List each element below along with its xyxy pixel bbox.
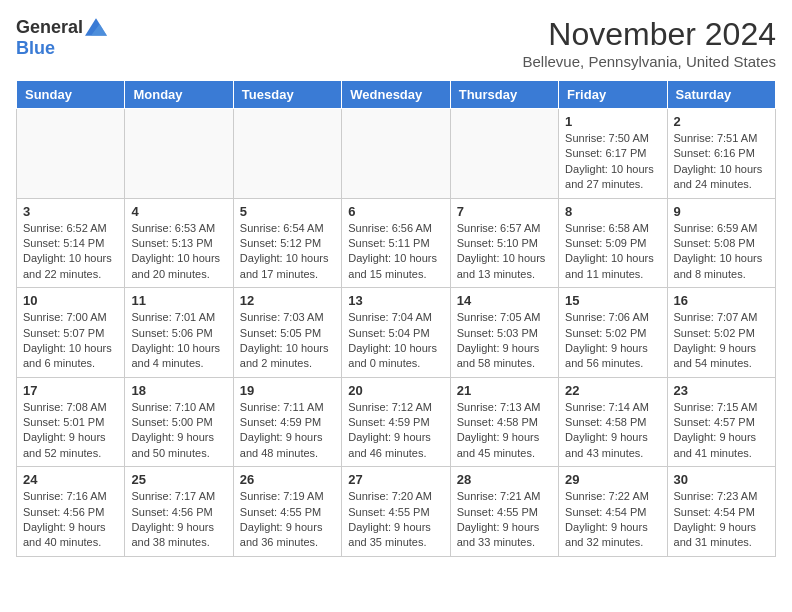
calendar-week-row: 3Sunrise: 6:52 AM Sunset: 5:14 PM Daylig…	[17, 198, 776, 288]
day-number: 1	[565, 114, 660, 129]
day-info: Sunrise: 6:59 AM Sunset: 5:08 PM Dayligh…	[674, 221, 769, 283]
day-number: 30	[674, 472, 769, 487]
page-header: General Blue November 2024 Bellevue, Pen…	[16, 16, 776, 70]
day-number: 16	[674, 293, 769, 308]
calendar-week-row: 24Sunrise: 7:16 AM Sunset: 4:56 PM Dayli…	[17, 467, 776, 557]
day-info: Sunrise: 7:03 AM Sunset: 5:05 PM Dayligh…	[240, 310, 335, 372]
calendar-cell: 4Sunrise: 6:53 AM Sunset: 5:13 PM Daylig…	[125, 198, 233, 288]
calendar-cell: 20Sunrise: 7:12 AM Sunset: 4:59 PM Dayli…	[342, 377, 450, 467]
day-number: 8	[565, 204, 660, 219]
weekday-header: Monday	[125, 81, 233, 109]
calendar-cell: 16Sunrise: 7:07 AM Sunset: 5:02 PM Dayli…	[667, 288, 775, 378]
weekday-header: Sunday	[17, 81, 125, 109]
day-info: Sunrise: 7:08 AM Sunset: 5:01 PM Dayligh…	[23, 400, 118, 462]
day-info: Sunrise: 7:20 AM Sunset: 4:55 PM Dayligh…	[348, 489, 443, 551]
calendar-cell: 27Sunrise: 7:20 AM Sunset: 4:55 PM Dayli…	[342, 467, 450, 557]
day-info: Sunrise: 7:05 AM Sunset: 5:03 PM Dayligh…	[457, 310, 552, 372]
day-info: Sunrise: 6:58 AM Sunset: 5:09 PM Dayligh…	[565, 221, 660, 283]
day-number: 26	[240, 472, 335, 487]
day-info: Sunrise: 7:06 AM Sunset: 5:02 PM Dayligh…	[565, 310, 660, 372]
day-info: Sunrise: 7:50 AM Sunset: 6:17 PM Dayligh…	[565, 131, 660, 193]
calendar-cell	[342, 109, 450, 199]
calendar-cell: 25Sunrise: 7:17 AM Sunset: 4:56 PM Dayli…	[125, 467, 233, 557]
calendar-header-row: SundayMondayTuesdayWednesdayThursdayFrid…	[17, 81, 776, 109]
weekday-header: Friday	[559, 81, 667, 109]
day-number: 13	[348, 293, 443, 308]
day-info: Sunrise: 7:01 AM Sunset: 5:06 PM Dayligh…	[131, 310, 226, 372]
day-number: 15	[565, 293, 660, 308]
day-number: 2	[674, 114, 769, 129]
calendar-cell: 1Sunrise: 7:50 AM Sunset: 6:17 PM Daylig…	[559, 109, 667, 199]
day-info: Sunrise: 6:56 AM Sunset: 5:11 PM Dayligh…	[348, 221, 443, 283]
day-number: 11	[131, 293, 226, 308]
day-number: 14	[457, 293, 552, 308]
calendar-cell: 29Sunrise: 7:22 AM Sunset: 4:54 PM Dayli…	[559, 467, 667, 557]
day-info: Sunrise: 7:22 AM Sunset: 4:54 PM Dayligh…	[565, 489, 660, 551]
logo-general: General	[16, 17, 83, 38]
day-info: Sunrise: 7:10 AM Sunset: 5:00 PM Dayligh…	[131, 400, 226, 462]
day-info: Sunrise: 7:12 AM Sunset: 4:59 PM Dayligh…	[348, 400, 443, 462]
calendar-cell: 18Sunrise: 7:10 AM Sunset: 5:00 PM Dayli…	[125, 377, 233, 467]
day-number: 4	[131, 204, 226, 219]
day-info: Sunrise: 7:07 AM Sunset: 5:02 PM Dayligh…	[674, 310, 769, 372]
day-number: 21	[457, 383, 552, 398]
day-info: Sunrise: 7:21 AM Sunset: 4:55 PM Dayligh…	[457, 489, 552, 551]
day-info: Sunrise: 7:17 AM Sunset: 4:56 PM Dayligh…	[131, 489, 226, 551]
day-number: 29	[565, 472, 660, 487]
calendar-cell: 17Sunrise: 7:08 AM Sunset: 5:01 PM Dayli…	[17, 377, 125, 467]
calendar-cell: 13Sunrise: 7:04 AM Sunset: 5:04 PM Dayli…	[342, 288, 450, 378]
logo-icon	[85, 16, 107, 38]
day-info: Sunrise: 6:52 AM Sunset: 5:14 PM Dayligh…	[23, 221, 118, 283]
day-number: 19	[240, 383, 335, 398]
calendar-cell: 2Sunrise: 7:51 AM Sunset: 6:16 PM Daylig…	[667, 109, 775, 199]
day-number: 25	[131, 472, 226, 487]
calendar-cell: 22Sunrise: 7:14 AM Sunset: 4:58 PM Dayli…	[559, 377, 667, 467]
day-number: 24	[23, 472, 118, 487]
day-number: 17	[23, 383, 118, 398]
weekday-header: Tuesday	[233, 81, 341, 109]
calendar-cell	[450, 109, 558, 199]
weekday-header: Thursday	[450, 81, 558, 109]
day-number: 18	[131, 383, 226, 398]
calendar-cell: 23Sunrise: 7:15 AM Sunset: 4:57 PM Dayli…	[667, 377, 775, 467]
calendar: SundayMondayTuesdayWednesdayThursdayFrid…	[16, 80, 776, 557]
calendar-cell	[17, 109, 125, 199]
calendar-cell: 9Sunrise: 6:59 AM Sunset: 5:08 PM Daylig…	[667, 198, 775, 288]
calendar-cell: 19Sunrise: 7:11 AM Sunset: 4:59 PM Dayli…	[233, 377, 341, 467]
day-info: Sunrise: 7:16 AM Sunset: 4:56 PM Dayligh…	[23, 489, 118, 551]
day-info: Sunrise: 6:57 AM Sunset: 5:10 PM Dayligh…	[457, 221, 552, 283]
day-number: 5	[240, 204, 335, 219]
calendar-cell: 28Sunrise: 7:21 AM Sunset: 4:55 PM Dayli…	[450, 467, 558, 557]
calendar-cell: 10Sunrise: 7:00 AM Sunset: 5:07 PM Dayli…	[17, 288, 125, 378]
day-info: Sunrise: 7:00 AM Sunset: 5:07 PM Dayligh…	[23, 310, 118, 372]
day-info: Sunrise: 6:53 AM Sunset: 5:13 PM Dayligh…	[131, 221, 226, 283]
day-info: Sunrise: 6:54 AM Sunset: 5:12 PM Dayligh…	[240, 221, 335, 283]
calendar-cell: 24Sunrise: 7:16 AM Sunset: 4:56 PM Dayli…	[17, 467, 125, 557]
weekday-header: Wednesday	[342, 81, 450, 109]
weekday-header: Saturday	[667, 81, 775, 109]
day-number: 20	[348, 383, 443, 398]
calendar-week-row: 10Sunrise: 7:00 AM Sunset: 5:07 PM Dayli…	[17, 288, 776, 378]
day-number: 28	[457, 472, 552, 487]
calendar-cell: 12Sunrise: 7:03 AM Sunset: 5:05 PM Dayli…	[233, 288, 341, 378]
calendar-cell: 8Sunrise: 6:58 AM Sunset: 5:09 PM Daylig…	[559, 198, 667, 288]
month-title: November 2024	[523, 16, 776, 53]
calendar-cell: 5Sunrise: 6:54 AM Sunset: 5:12 PM Daylig…	[233, 198, 341, 288]
calendar-cell: 21Sunrise: 7:13 AM Sunset: 4:58 PM Dayli…	[450, 377, 558, 467]
day-info: Sunrise: 7:14 AM Sunset: 4:58 PM Dayligh…	[565, 400, 660, 462]
calendar-cell: 7Sunrise: 6:57 AM Sunset: 5:10 PM Daylig…	[450, 198, 558, 288]
calendar-week-row: 17Sunrise: 7:08 AM Sunset: 5:01 PM Dayli…	[17, 377, 776, 467]
day-info: Sunrise: 7:11 AM Sunset: 4:59 PM Dayligh…	[240, 400, 335, 462]
day-info: Sunrise: 7:15 AM Sunset: 4:57 PM Dayligh…	[674, 400, 769, 462]
calendar-cell	[233, 109, 341, 199]
calendar-cell: 3Sunrise: 6:52 AM Sunset: 5:14 PM Daylig…	[17, 198, 125, 288]
day-info: Sunrise: 7:13 AM Sunset: 4:58 PM Dayligh…	[457, 400, 552, 462]
calendar-week-row: 1Sunrise: 7:50 AM Sunset: 6:17 PM Daylig…	[17, 109, 776, 199]
day-number: 9	[674, 204, 769, 219]
day-number: 10	[23, 293, 118, 308]
logo: General Blue	[16, 16, 107, 59]
logo-blue: Blue	[16, 38, 55, 59]
day-info: Sunrise: 7:19 AM Sunset: 4:55 PM Dayligh…	[240, 489, 335, 551]
day-info: Sunrise: 7:51 AM Sunset: 6:16 PM Dayligh…	[674, 131, 769, 193]
day-number: 7	[457, 204, 552, 219]
